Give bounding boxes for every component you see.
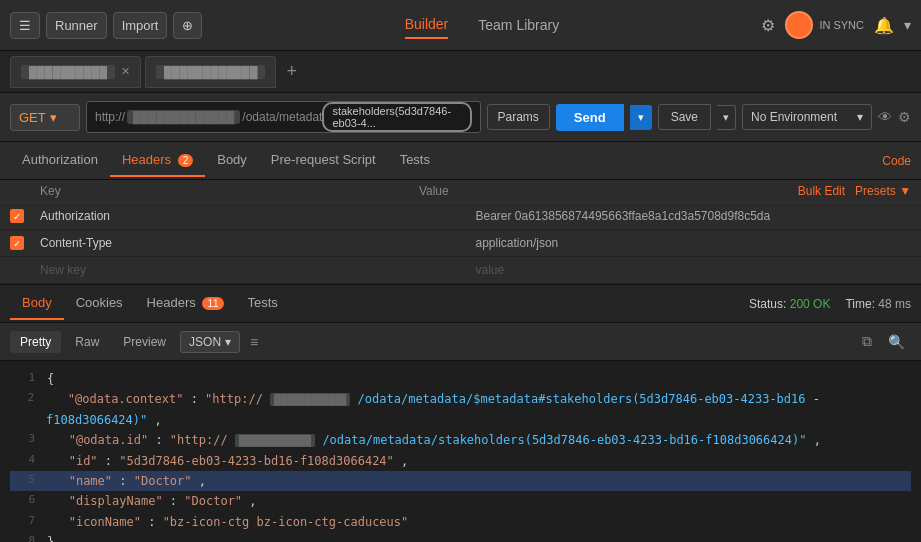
tab-1-close[interactable]: ✕ — [121, 65, 130, 78]
new-key-row[interactable]: New key value — [0, 257, 921, 284]
format-label: JSON — [189, 335, 221, 349]
format-select[interactable]: JSON ▾ — [180, 331, 240, 353]
row-2-value: application/json — [476, 236, 912, 250]
settings-icon[interactable]: ⚙ — [761, 16, 775, 35]
response-section: Body Cookies Headers 11 Tests Status: 20… — [0, 285, 921, 542]
status-text-label: Status: — [749, 297, 786, 311]
add-tab-button[interactable]: + — [280, 61, 303, 82]
row-1-check[interactable]: ✓ — [10, 209, 40, 223]
search-icon: 🔍 — [888, 334, 905, 350]
tab-tests[interactable]: Tests — [388, 144, 442, 177]
tab-builder[interactable]: Builder — [405, 11, 449, 39]
sync-dot — [785, 11, 813, 39]
tab-headers[interactable]: Headers 2 — [110, 144, 205, 177]
sync-label: IN SYNC — [819, 19, 864, 31]
tab-2[interactable]: ████████████ — [145, 56, 277, 88]
request-tabs: Authorization Headers 2 Body Pre-request… — [0, 142, 921, 180]
json-line-3: 3 "@odata.id" : "http:// ████████████ /o… — [10, 430, 911, 450]
nav-right: ⚙ IN SYNC 🔔 ▾ — [751, 11, 921, 39]
tab-cookies[interactable]: Cookies — [64, 287, 135, 320]
new-request-button[interactable]: ⊕ — [173, 12, 202, 39]
row-2-check[interactable]: ✓ — [10, 236, 40, 250]
table-header-row: Key Value Bulk Edit Presets ▼ — [0, 180, 921, 203]
wrap-button[interactable]: ≡ — [244, 330, 264, 354]
url-highlight: stakeholders(5d3d7846-eb03-4... — [322, 102, 471, 132]
send-button[interactable]: Send — [556, 104, 624, 131]
key-col-header: Key — [40, 184, 419, 198]
headers-label: Headers — [122, 152, 171, 167]
checkbox-1[interactable]: ✓ — [10, 209, 24, 223]
tab-1[interactable]: ██████████ ✕ — [10, 56, 141, 88]
url-prefix: http:// — [95, 110, 125, 124]
preview-button[interactable]: Preview — [113, 331, 176, 353]
raw-button[interactable]: Raw — [65, 331, 109, 353]
tab-authorization[interactable]: Authorization — [10, 144, 110, 177]
tab-1-label: ██████████ — [21, 65, 115, 79]
json-line-5: 5 "name" : "Doctor" , — [10, 471, 911, 491]
response-toolbar: Pretty Raw Preview JSON ▾ ≡ ⧉ 🔍 — [0, 323, 921, 361]
sidebar-icon: ☰ — [19, 18, 31, 33]
code-link[interactable]: Code — [882, 154, 911, 168]
runner-button[interactable]: Runner — [46, 12, 107, 39]
new-key-placeholder: New key — [40, 263, 476, 277]
response-header: Body Cookies Headers 11 Tests Status: 20… — [0, 285, 921, 323]
url-path: /odata/metadat — [242, 110, 322, 124]
tab-headers-response[interactable]: Headers 11 — [135, 287, 236, 320]
sidebar-toggle-button[interactable]: ☰ — [10, 12, 40, 39]
headers-table: Key Value Bulk Edit Presets ▼ ✓ Authoriz… — [0, 180, 921, 285]
method-label: GET — [19, 110, 46, 125]
tab-prerequest[interactable]: Pre-request Script — [259, 144, 388, 177]
env-chevron: ▾ — [857, 110, 863, 124]
nav-left: ☰ Runner Import ⊕ — [0, 12, 212, 39]
row-1-key: Authorization — [40, 209, 476, 223]
json-line-4: 4 "id" : "5d3d7846-eb03-4233-bd16-f108d3… — [10, 451, 911, 471]
url-input-container[interactable]: http:// █████████████ /odata/metadat sta… — [86, 101, 481, 133]
env-area: No Environment ▾ 👁 ⚙ — [742, 104, 911, 130]
tab-body[interactable]: Body — [205, 144, 259, 177]
row-2-key: Content-Type — [40, 236, 476, 250]
status-label: Status: 200 OK — [749, 297, 830, 311]
status-value: 200 OK — [790, 297, 831, 311]
value-col-header: Value — [419, 184, 798, 198]
search-button[interactable]: 🔍 — [882, 330, 911, 354]
send-dropdown-button[interactable]: ▾ — [630, 105, 652, 130]
save-button[interactable]: Save — [658, 104, 711, 130]
json-line-6: 6 "displayName" : "Doctor" , — [10, 491, 911, 511]
eye-icon[interactable]: 👁 — [878, 109, 892, 125]
bulk-edit-link[interactable]: Bulk Edit — [798, 184, 845, 198]
sync-badge: IN SYNC — [785, 11, 864, 39]
method-chevron: ▾ — [50, 110, 57, 125]
gear-icon[interactable]: ⚙ — [898, 109, 911, 125]
top-navigation: ☰ Runner Import ⊕ Builder Team Library ⚙… — [0, 0, 921, 51]
env-select[interactable]: No Environment ▾ — [742, 104, 872, 130]
json-line-1: 1 { — [10, 369, 911, 389]
notification-icon[interactable]: 🔔 — [874, 16, 894, 35]
save-dropdown-button[interactable]: ▾ — [717, 105, 736, 130]
json-line-2: 2 "@odata.context" : "http:// ██████████… — [10, 389, 911, 430]
row-1-value: Bearer 0a613856874495663ffae8a1cd3a5708d… — [476, 209, 912, 223]
table-row: ✓ Authorization Bearer 0a613856874495663… — [0, 203, 921, 230]
url-bar-row: GET ▾ http:// █████████████ /odata/metad… — [0, 93, 921, 142]
checkbox-2[interactable]: ✓ — [10, 236, 24, 250]
copy-button[interactable]: ⧉ — [856, 329, 878, 354]
headers-badge: 2 — [178, 154, 194, 167]
format-chevron: ▾ — [225, 335, 231, 349]
url-blur: █████████████ — [127, 110, 240, 124]
pretty-button[interactable]: Pretty — [10, 331, 61, 353]
tab-2-label: ████████████ — [156, 65, 266, 79]
time-value: 48 ms — [878, 297, 911, 311]
runner-label: Runner — [55, 18, 98, 33]
tab-tests-response[interactable]: Tests — [236, 287, 290, 320]
params-button[interactable]: Params — [487, 104, 550, 130]
resp-headers-label: Headers — [147, 295, 196, 310]
json-content: 1 { 2 "@odata.context" : "http:// ██████… — [0, 361, 921, 542]
method-select[interactable]: GET ▾ — [10, 104, 80, 131]
tab-team-library[interactable]: Team Library — [478, 12, 559, 38]
import-button[interactable]: Import — [113, 12, 168, 39]
resp-headers-badge: 11 — [202, 297, 223, 310]
chevron-down-icon[interactable]: ▾ — [904, 17, 911, 33]
presets-link[interactable]: Presets ▼ — [855, 184, 911, 198]
tab-body-response[interactable]: Body — [10, 287, 64, 320]
env-label: No Environment — [751, 110, 837, 124]
tabs-bar: ██████████ ✕ ████████████ + — [0, 51, 921, 93]
